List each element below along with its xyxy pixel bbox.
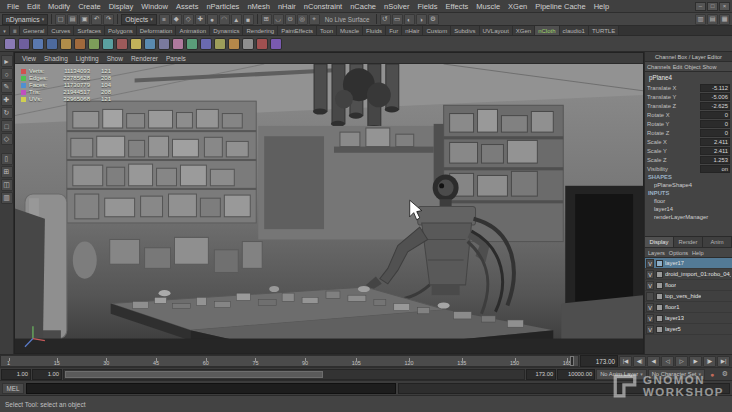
- layer-color-swatch[interactable]: [656, 293, 663, 300]
- select-surfaces-icon[interactable]: ▲: [231, 14, 242, 25]
- pond-icon[interactable]: [214, 38, 226, 50]
- layer-row[interactable]: V droid_import_01:robo_04_1: [645, 269, 732, 280]
- shelf-tab[interactable]: Rendering: [243, 26, 278, 35]
- menu-item[interactable]: nConstraint: [300, 2, 346, 11]
- shelf-tab[interactable]: Fur: [386, 26, 402, 35]
- render-current-frame-icon[interactable]: ◐: [404, 14, 415, 25]
- animation-start-field[interactable]: 1.00: [1, 369, 31, 380]
- select-curves-icon[interactable]: ◠: [219, 14, 230, 25]
- shelf-menu-icon[interactable]: ≣: [10, 26, 20, 35]
- input-node[interactable]: layer14: [647, 205, 730, 213]
- select-tool-icon[interactable]: ►: [1, 55, 13, 67]
- menu-item[interactable]: XGen: [504, 2, 531, 11]
- nconstraint-icon[interactable]: [46, 38, 58, 50]
- menu-set-dropdown[interactable]: nDynamics ▾: [2, 14, 48, 25]
- snap-to-point-icon[interactable]: ⊙: [285, 14, 296, 25]
- shelf-tab[interactable]: Polygons: [105, 26, 137, 35]
- playback-button[interactable]: ◀: [647, 356, 660, 367]
- layer-color-swatch[interactable]: [656, 260, 663, 267]
- render-settings-icon[interactable]: ⚙: [428, 14, 439, 25]
- shelf-tab[interactable]: Subdivs: [451, 26, 479, 35]
- attribute-name[interactable]: Scale X: [647, 139, 667, 145]
- input-node[interactable]: renderLayerManager: [647, 213, 730, 221]
- menu-item[interactable]: File: [3, 2, 23, 11]
- auto-keyframe-toggle-icon[interactable]: ●: [706, 371, 718, 378]
- attribute-value-field[interactable]: -5.112: [700, 84, 730, 92]
- channel-box-menu-item[interactable]: Show: [702, 64, 716, 70]
- rotate-tool-icon[interactable]: ↻: [1, 107, 13, 119]
- range-slider[interactable]: [63, 369, 525, 380]
- command-line-input[interactable]: [26, 383, 396, 394]
- input-node[interactable]: floor: [647, 197, 730, 205]
- window-control-button[interactable]: –: [695, 2, 706, 11]
- construction-history-icon[interactable]: ↺: [380, 14, 391, 25]
- layer-row[interactable]: V layer5: [645, 324, 732, 335]
- playback-start-field[interactable]: 1.00: [32, 369, 62, 380]
- playback-button[interactable]: ▷: [675, 356, 688, 367]
- scale-tool-icon[interactable]: □: [1, 120, 13, 132]
- persp-outliner-layout-button[interactable]: ▥: [1, 192, 13, 204]
- menu-item[interactable]: Effects: [442, 2, 473, 11]
- snap-to-grid-icon[interactable]: ⊞: [261, 14, 272, 25]
- gravity-field-icon[interactable]: [130, 38, 142, 50]
- attribute-value-field[interactable]: -5.006: [700, 93, 730, 101]
- shelf-tab[interactable]: PaintEffects: [278, 26, 317, 35]
- collision-icon[interactable]: [158, 38, 170, 50]
- undo-icon[interactable]: ↶: [91, 14, 102, 25]
- menu-item[interactable]: Assets: [172, 2, 203, 11]
- menu-item[interactable]: Pipeline Cache: [531, 2, 589, 11]
- shelf-tab[interactable]: Deformation: [137, 26, 177, 35]
- snap-to-plane-icon[interactable]: ◎: [297, 14, 308, 25]
- shelf-tab[interactable]: General: [20, 26, 48, 35]
- paint-select-tool-icon[interactable]: ✎: [1, 81, 13, 93]
- layer-color-swatch[interactable]: [656, 326, 663, 333]
- panel-menu-item[interactable]: Panels: [163, 55, 189, 62]
- attribute-value-field[interactable]: 0: [700, 111, 730, 119]
- playback-button[interactable]: ◀|: [633, 356, 646, 367]
- shelf-tab[interactable]: Surfaces: [74, 26, 105, 35]
- layer-editor-menu-item[interactable]: Options: [669, 250, 688, 256]
- tool-settings-toggle-icon[interactable]: ▤: [707, 14, 718, 25]
- create-ncloth-icon[interactable]: [4, 38, 16, 50]
- attribute-name[interactable]: Scale Z: [647, 157, 667, 163]
- attribute-name[interactable]: Translate Y: [647, 94, 676, 100]
- shape-node-name[interactable]: pPlaneShape4: [647, 181, 730, 189]
- selection-mode-dropdown[interactable]: Objects ▾: [121, 14, 157, 25]
- layer-visibility-toggle[interactable]: V: [646, 259, 654, 268]
- layer-editor-menu-item[interactable]: Help: [692, 250, 704, 256]
- layer-visibility-toggle[interactable]: V: [646, 325, 654, 334]
- channel-box-menu-item[interactable]: Channels: [647, 64, 671, 70]
- two-pane-layout-button[interactable]: ◫: [1, 179, 13, 191]
- layer-visibility-toggle[interactable]: V: [646, 281, 654, 290]
- attribute-value-field[interactable]: -2.625: [700, 102, 730, 110]
- attribute-name[interactable]: Rotate X: [647, 112, 670, 118]
- layer-visibility-toggle[interactable]: V: [646, 270, 654, 279]
- channel-box-object-name[interactable]: pPlane4: [647, 73, 730, 83]
- snap-to-curve-icon[interactable]: ◡: [273, 14, 284, 25]
- command-line-language-toggle[interactable]: MEL: [2, 383, 24, 394]
- open-render-view-icon[interactable]: ▭: [392, 14, 403, 25]
- attribute-value-field[interactable]: 0: [700, 129, 730, 137]
- playback-button[interactable]: ◁: [661, 356, 674, 367]
- panel-menu-item[interactable]: Show: [104, 55, 126, 62]
- shelf-tab[interactable]: Curves: [48, 26, 74, 35]
- nparticle-icon[interactable]: [74, 38, 86, 50]
- attribute-name[interactable]: Translate Z: [647, 103, 676, 109]
- layer-editor-tab[interactable]: Anim: [703, 237, 732, 247]
- shelf-tab[interactable]: Toon: [317, 26, 337, 35]
- select-by-hierarchy-icon[interactable]: ≡: [159, 14, 170, 25]
- layer-row[interactable]: V floor1: [645, 302, 732, 313]
- lasso-tool-icon[interactable]: ○: [1, 68, 13, 80]
- layer-row[interactable]: top_vers_hide: [645, 291, 732, 302]
- animation-end-field[interactable]: 10000.00: [557, 369, 595, 380]
- live-surface-indicator[interactable]: No Live Surface: [322, 16, 373, 23]
- menu-item[interactable]: Edit: [23, 2, 44, 11]
- passive-collider-icon[interactable]: [18, 38, 30, 50]
- select-rendering-icon[interactable]: ■: [243, 14, 254, 25]
- attribute-name[interactable]: Rotate Z: [647, 130, 669, 136]
- current-time-field[interactable]: 173.00: [580, 355, 618, 367]
- last-tool-icon[interactable]: ◇: [1, 133, 13, 145]
- turbulence-field-icon[interactable]: [144, 38, 156, 50]
- select-handles-icon[interactable]: ✚: [195, 14, 206, 25]
- select-by-component-icon[interactable]: ◇: [183, 14, 194, 25]
